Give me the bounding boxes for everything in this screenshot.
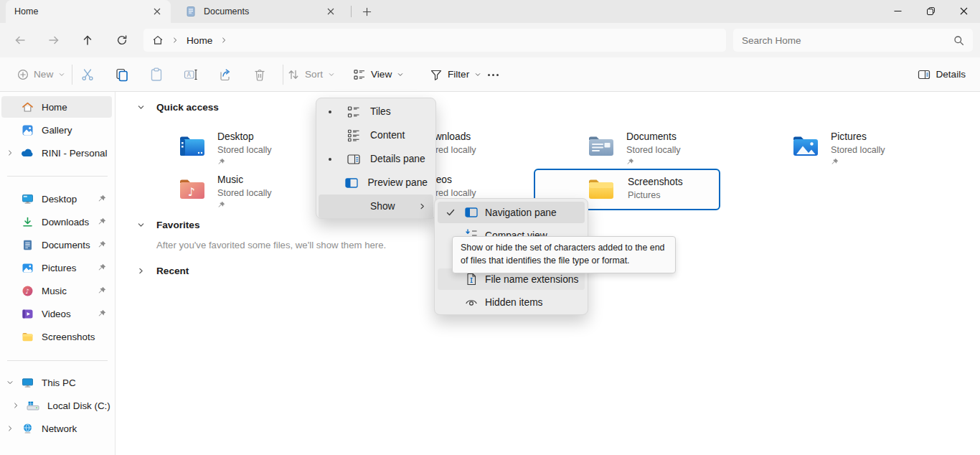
new-plus-icon <box>17 69 29 80</box>
network-icon <box>19 423 36 435</box>
paste-button[interactable] <box>142 62 171 88</box>
sort-button[interactable]: Sort <box>280 62 342 87</box>
section-quick-access[interactable]: Quick access <box>132 102 219 113</box>
new-tab-button[interactable] <box>357 4 376 19</box>
pin-icon <box>98 309 106 318</box>
forward-button[interactable] <box>41 27 67 53</box>
menu-item-hidden-items[interactable]: Hidden items <box>438 291 585 313</box>
menu-item-show[interactable]: Show <box>319 194 433 218</box>
chevron-down-icon[interactable] <box>132 221 149 229</box>
sidebar-item-gallery[interactable]: Gallery <box>1 119 112 141</box>
menu-item-label: Navigation pane <box>485 207 557 218</box>
view-button[interactable]: View <box>346 62 411 87</box>
back-button[interactable] <box>7 27 33 53</box>
maximize-restore-button[interactable] <box>914 0 947 22</box>
ellipsis-icon <box>488 74 499 76</box>
pin-icon <box>98 240 106 249</box>
sidebar-item-onedrive-personal[interactable]: RINI - Personal <box>1 142 112 164</box>
menu-item-details-pane[interactable]: Details pane <box>319 147 433 171</box>
tab-home[interactable]: Home <box>6 0 171 23</box>
checkmark-icon <box>445 207 456 217</box>
tab-close-icon[interactable] <box>323 4 339 19</box>
sidebar-item-music[interactable]: ♪ Music <box>1 280 112 301</box>
delete-button[interactable] <box>245 62 274 88</box>
svg-text:A: A <box>187 72 192 78</box>
section-label: Recent <box>156 266 189 276</box>
sidebar-item-network[interactable]: Network <box>1 418 112 439</box>
sidebar-item-pictures[interactable]: Pictures <box>1 257 112 278</box>
copy-button[interactable] <box>108 62 136 88</box>
selected-bullet <box>329 158 339 161</box>
sidebar-item-desktop[interactable]: Desktop <box>1 188 112 210</box>
address-bar[interactable]: Home <box>143 29 726 52</box>
share-button[interactable] <box>211 62 240 88</box>
breadcrumb[interactable]: Home <box>187 35 212 46</box>
tile-documents[interactable]: Documents Stored locally <box>534 127 720 169</box>
tile-name: Documents <box>626 131 677 142</box>
music-icon: ♪ <box>19 285 36 297</box>
sidebar-item-local-disk-c[interactable]: Local Disk (C:) <box>1 395 112 416</box>
chevron-down-icon[interactable] <box>132 103 149 111</box>
chevron-right-icon[interactable] <box>1 149 19 156</box>
chevron-right-icon[interactable] <box>132 267 149 275</box>
search-input[interactable] <box>742 35 953 46</box>
sidebar-item-label: RINI - Personal <box>42 148 108 159</box>
sidebar-item-label: Screenshots <box>42 332 95 342</box>
rename-button[interactable]: A <box>176 62 205 88</box>
chevron-right-icon[interactable] <box>1 425 19 432</box>
local-disk-icon <box>24 400 42 412</box>
sidebar-item-videos[interactable]: Videos <box>1 303 112 324</box>
refresh-button[interactable] <box>109 27 135 53</box>
menu-item-tiles[interactable]: Tiles <box>319 100 433 123</box>
chevron-right-icon[interactable] <box>7 402 24 409</box>
up-icon <box>81 34 94 47</box>
sidebar-item-home[interactable]: Home <box>1 96 112 118</box>
copy-icon <box>115 67 129 82</box>
tab-close-icon[interactable] <box>149 4 165 19</box>
chevron-down-icon[interactable] <box>1 379 19 386</box>
minimize-button[interactable] <box>881 0 914 22</box>
command-bar: New A Sort View <box>0 57 980 92</box>
pin-icon <box>831 158 839 166</box>
tile-name: Music <box>217 174 243 185</box>
menu-item-label: Preview pane <box>367 177 428 188</box>
search-icon[interactable] <box>953 35 964 46</box>
menu-item-navigation-pane[interactable]: Navigation pane <box>438 202 585 223</box>
sidebar-item-documents[interactable]: Documents <box>1 234 112 255</box>
section-favorites[interactable]: Favorites <box>132 220 199 230</box>
desktop-folder-icon <box>178 135 207 158</box>
music-folder-icon: ♪ <box>178 178 207 201</box>
cut-button[interactable] <box>73 62 102 88</box>
pictures-folder-icon <box>791 135 820 158</box>
sidebar-item-screenshots[interactable]: Screenshots <box>1 326 112 347</box>
more-options-button[interactable] <box>479 62 507 88</box>
sidebar-item-label: Videos <box>42 309 71 319</box>
tiles-view-icon <box>346 105 362 119</box>
details-button[interactable]: Details <box>910 62 973 87</box>
close-button[interactable] <box>947 0 980 22</box>
tile-subtitle: Stored locally <box>217 188 272 198</box>
home-icon <box>19 101 36 113</box>
up-button[interactable] <box>75 27 100 53</box>
chevron-down-icon <box>58 71 65 78</box>
chevron-down-icon <box>397 71 404 78</box>
cut-icon <box>80 67 95 82</box>
section-recent[interactable]: Recent <box>132 266 189 276</box>
tab-documents[interactable]: Documents <box>172 0 349 23</box>
new-button[interactable]: New <box>10 62 72 87</box>
home-icon[interactable] <box>152 34 164 46</box>
sidebar-separator <box>7 360 108 361</box>
pin-icon <box>217 201 225 209</box>
search-box[interactable] <box>733 29 973 52</box>
tab-documents-label: Documents <box>204 6 323 17</box>
sidebar-item-downloads[interactable]: Downloads <box>1 211 112 233</box>
menu-item-content[interactable]: Content <box>319 123 433 147</box>
breadcrumb-chevron-icon[interactable] <box>220 37 227 44</box>
menu-item-preview-pane[interactable]: Preview pane <box>319 171 433 194</box>
breadcrumb-chevron-icon[interactable] <box>171 37 179 44</box>
section-label: Quick access <box>156 102 219 113</box>
tile-music[interactable]: ♪ Music Stored locally <box>125 170 311 212</box>
tile-desktop[interactable]: Desktop Stored locally <box>125 127 311 169</box>
tile-pictures[interactable]: Pictures Stored locally <box>738 127 925 169</box>
sidebar-item-this-pc[interactable]: This PC <box>1 372 112 393</box>
